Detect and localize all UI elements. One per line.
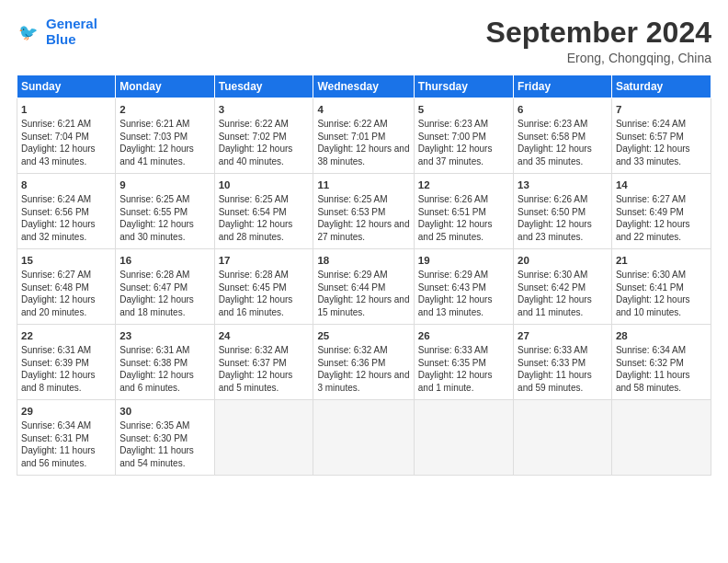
day-number: 23 [119, 328, 210, 343]
day-cell-23: 23 Sunrise: 6:31 AMSunset: 6:38 PMDaylig… [116, 325, 214, 400]
day-number: 9 [119, 178, 210, 192]
day-number: 30 [119, 404, 210, 419]
day-number: 1 [21, 102, 111, 117]
day-info: Sunrise: 6:30 AMSunset: 6:42 PMDaylight:… [518, 269, 608, 318]
day-cell-5: 5 Sunrise: 6:23 AMSunset: 7:00 PMDayligh… [414, 98, 513, 174]
logo: 🐦 General Blue [17, 17, 97, 47]
col-monday: Monday [116, 75, 214, 98]
day-cell-18: 18 Sunrise: 6:29 AMSunset: 6:44 PMDaylig… [313, 249, 414, 325]
day-info: Sunrise: 6:24 AMSunset: 6:57 PMDaylight:… [616, 118, 707, 167]
day-number: 27 [518, 328, 608, 343]
day-number: 22 [21, 328, 111, 343]
calendar-header-row: Sunday Monday Tuesday Wednesday Thursday… [17, 75, 711, 98]
empty-cell [514, 400, 612, 476]
col-saturday: Saturday [611, 75, 711, 98]
calendar-row-week2: 8 Sunrise: 6:24 AMSunset: 6:56 PMDayligh… [17, 174, 711, 249]
day-info: Sunrise: 6:26 AMSunset: 6:50 PMDaylight:… [518, 193, 608, 243]
day-number: 4 [317, 102, 409, 117]
day-number: 26 [418, 328, 509, 343]
day-info: Sunrise: 6:21 AMSunset: 7:03 PMDaylight:… [119, 118, 210, 167]
day-number: 2 [119, 102, 210, 117]
day-cell-10: 10 Sunrise: 6:25 AMSunset: 6:54 PMDaylig… [214, 174, 313, 249]
day-number: 8 [21, 178, 111, 192]
day-number: 17 [219, 253, 310, 268]
col-thursday: Thursday [414, 75, 513, 98]
day-number: 15 [21, 253, 111, 268]
day-cell-12: 12 Sunrise: 6:26 AMSunset: 6:51 PMDaylig… [414, 174, 513, 249]
day-cell-16: 16 Sunrise: 6:28 AMSunset: 6:47 PMDaylig… [116, 249, 214, 325]
day-info: Sunrise: 6:23 AMSunset: 6:58 PMDaylight:… [518, 118, 608, 167]
day-cell-27: 27 Sunrise: 6:33 AMSunset: 6:33 PMDaylig… [514, 325, 612, 400]
calendar-row-week3: 15 Sunrise: 6:27 AMSunset: 6:48 PMDaylig… [17, 249, 711, 325]
col-sunday: Sunday [17, 75, 116, 98]
day-number: 28 [616, 328, 707, 343]
day-number: 29 [21, 404, 111, 419]
logo-blue: Blue [46, 31, 76, 47]
day-info: Sunrise: 6:22 AMSunset: 7:01 PMDaylight:… [317, 118, 409, 167]
day-number: 3 [219, 102, 310, 117]
day-info: Sunrise: 6:35 AMSunset: 6:30 PMDaylight:… [119, 419, 210, 469]
empty-cell [611, 400, 711, 476]
day-info: Sunrise: 6:28 AMSunset: 6:45 PMDaylight:… [219, 269, 310, 318]
day-cell-4: 4 Sunrise: 6:22 AMSunset: 7:01 PMDayligh… [313, 98, 414, 174]
day-number: 12 [418, 178, 509, 192]
day-cell-2: 2 Sunrise: 6:21 AMSunset: 7:03 PMDayligh… [116, 98, 214, 174]
logo-icon: 🐦 [17, 19, 42, 45]
day-info: Sunrise: 6:23 AMSunset: 7:00 PMDaylight:… [418, 118, 509, 167]
day-cell-22: 22 Sunrise: 6:31 AMSunset: 6:39 PMDaylig… [17, 325, 116, 400]
day-cell-21: 21 Sunrise: 6:30 AMSunset: 6:41 PMDaylig… [611, 249, 711, 325]
day-info: Sunrise: 6:33 AMSunset: 6:35 PMDaylight:… [418, 344, 509, 394]
day-cell-3: 3 Sunrise: 6:22 AMSunset: 7:02 PMDayligh… [214, 98, 313, 174]
day-number: 14 [616, 178, 707, 192]
col-tuesday: Tuesday [214, 75, 313, 98]
day-cell-1: 1 Sunrise: 6:21 AMSunset: 7:04 PMDayligh… [17, 98, 116, 174]
day-info: Sunrise: 6:24 AMSunset: 6:56 PMDaylight:… [21, 193, 111, 243]
day-info: Sunrise: 6:25 AMSunset: 6:54 PMDaylight:… [219, 193, 310, 243]
svg-text:🐦: 🐦 [18, 23, 39, 42]
day-number: 19 [418, 253, 509, 268]
day-info: Sunrise: 6:32 AMSunset: 6:36 PMDaylight:… [317, 344, 409, 394]
day-number: 18 [317, 253, 409, 268]
day-number: 5 [418, 102, 509, 117]
day-cell-19: 19 Sunrise: 6:29 AMSunset: 6:43 PMDaylig… [414, 249, 513, 325]
header: 🐦 General Blue September 2024 Erong, Cho… [17, 17, 711, 65]
day-info: Sunrise: 6:31 AMSunset: 6:39 PMDaylight:… [21, 344, 111, 394]
title-block: September 2024 Erong, Chongqing, China [486, 17, 711, 65]
empty-cell [414, 400, 513, 476]
day-number: 11 [317, 178, 409, 192]
calendar-row-week1: 1 Sunrise: 6:21 AMSunset: 7:04 PMDayligh… [17, 98, 711, 174]
day-info: Sunrise: 6:28 AMSunset: 6:47 PMDaylight:… [119, 269, 210, 318]
day-cell-6: 6 Sunrise: 6:23 AMSunset: 6:58 PMDayligh… [514, 98, 612, 174]
day-info: Sunrise: 6:21 AMSunset: 7:04 PMDaylight:… [21, 118, 111, 167]
empty-cell [214, 400, 313, 476]
day-cell-20: 20 Sunrise: 6:30 AMSunset: 6:42 PMDaylig… [514, 249, 612, 325]
day-info: Sunrise: 6:22 AMSunset: 7:02 PMDaylight:… [219, 118, 310, 167]
day-info: Sunrise: 6:31 AMSunset: 6:38 PMDaylight:… [119, 344, 210, 394]
day-info: Sunrise: 6:30 AMSunset: 6:41 PMDaylight:… [616, 269, 707, 318]
day-info: Sunrise: 6:34 AMSunset: 6:31 PMDaylight:… [21, 419, 111, 469]
day-number: 10 [219, 178, 310, 192]
logo-text: General Blue [46, 17, 97, 47]
col-friday: Friday [514, 75, 612, 98]
day-info: Sunrise: 6:27 AMSunset: 6:49 PMDaylight:… [616, 193, 707, 243]
col-wednesday: Wednesday [313, 75, 414, 98]
day-number: 7 [616, 102, 707, 117]
day-info: Sunrise: 6:29 AMSunset: 6:43 PMDaylight:… [418, 269, 509, 318]
day-cell-7: 7 Sunrise: 6:24 AMSunset: 6:57 PMDayligh… [611, 98, 711, 174]
day-cell-14: 14 Sunrise: 6:27 AMSunset: 6:49 PMDaylig… [611, 174, 711, 249]
day-cell-26: 26 Sunrise: 6:33 AMSunset: 6:35 PMDaylig… [414, 325, 513, 400]
day-cell-30: 30 Sunrise: 6:35 AMSunset: 6:30 PMDaylig… [116, 400, 214, 476]
day-cell-9: 9 Sunrise: 6:25 AMSunset: 6:55 PMDayligh… [116, 174, 214, 249]
calendar-table: Sunday Monday Tuesday Wednesday Thursday… [17, 75, 711, 476]
day-cell-8: 8 Sunrise: 6:24 AMSunset: 6:56 PMDayligh… [17, 174, 116, 249]
day-number: 21 [616, 253, 707, 268]
page: 🐦 General Blue September 2024 Erong, Cho… [0, 0, 728, 563]
day-info: Sunrise: 6:27 AMSunset: 6:48 PMDaylight:… [21, 269, 111, 318]
day-number: 24 [219, 328, 310, 343]
day-info: Sunrise: 6:25 AMSunset: 6:55 PMDaylight:… [119, 193, 210, 243]
day-cell-25: 25 Sunrise: 6:32 AMSunset: 6:36 PMDaylig… [313, 325, 414, 400]
calendar-row-week5: 29 Sunrise: 6:34 AMSunset: 6:31 PMDaylig… [17, 400, 711, 476]
day-cell-24: 24 Sunrise: 6:32 AMSunset: 6:37 PMDaylig… [214, 325, 313, 400]
day-number: 13 [518, 178, 608, 192]
day-cell-28: 28 Sunrise: 6:34 AMSunset: 6:32 PMDaylig… [611, 325, 711, 400]
